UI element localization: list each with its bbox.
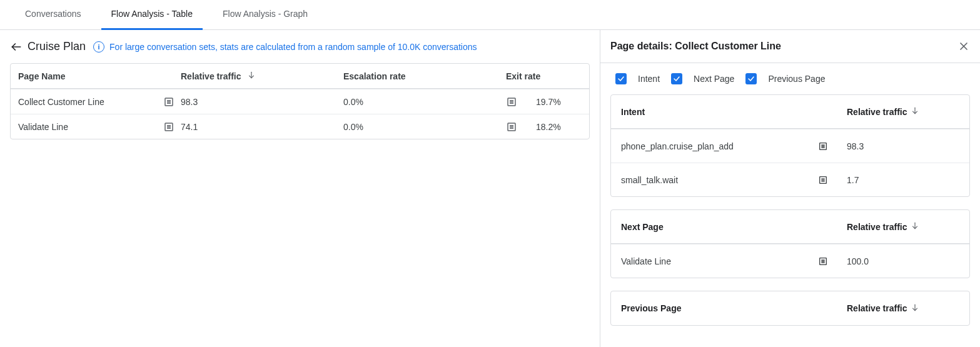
col-relative-traffic-label: Relative traffic xyxy=(181,71,241,81)
intent-name: phone_plan.cruise_plan_add xyxy=(621,141,734,151)
list-icon[interactable] xyxy=(163,96,174,108)
col-relative-traffic-label: Relative traffic xyxy=(847,222,907,232)
list-icon[interactable] xyxy=(818,141,828,151)
cell-exit-rate: 18.2% xyxy=(536,122,561,132)
table-row[interactable]: Collect Customer Line 98.3 0.0% 19.7% xyxy=(11,89,589,114)
info-icon: i xyxy=(93,41,104,53)
list-icon[interactable] xyxy=(506,121,517,133)
col-page-name[interactable]: Page Name xyxy=(18,71,181,81)
details-filters: Intent Next Page Previous Page xyxy=(610,71,970,94)
close-icon[interactable] xyxy=(957,40,980,53)
details-panel-header: Page details: Collect Customer Line xyxy=(600,30,980,63)
checkbox-intent[interactable] xyxy=(615,73,627,84)
col-relative-traffic-label: Relative traffic xyxy=(847,303,907,313)
col-escalation-rate[interactable]: Escalation rate xyxy=(343,71,506,81)
col-relative-traffic[interactable]: Relative traffic xyxy=(181,71,343,81)
section-previous-page: Previous Page Relative traffic xyxy=(610,291,970,326)
section-previous-page-title: Previous Page xyxy=(621,303,847,313)
main-panel: Cruise Plan i For large conversation set… xyxy=(0,30,600,347)
intent-relative-traffic: 1.7 xyxy=(847,175,959,185)
col-relative-traffic[interactable]: Relative traffic xyxy=(847,303,959,314)
table-header-row: Page Name Relative traffic Escalation ra… xyxy=(11,64,589,89)
intent-relative-traffic: 98.3 xyxy=(847,141,959,151)
breadcrumb: Cruise Plan i For large conversation set… xyxy=(0,30,600,63)
list-item[interactable]: Validate Line 100.0 xyxy=(611,244,969,278)
section-previous-page-header: Previous Page Relative traffic xyxy=(611,291,969,325)
list-icon[interactable] xyxy=(163,121,174,133)
table-row[interactable]: Validate Line 74.1 0.0% 18.2% xyxy=(11,114,589,139)
arrow-down-icon xyxy=(247,71,256,81)
arrow-down-icon xyxy=(911,221,919,232)
section-next-page-header: Next Page Relative traffic xyxy=(611,210,969,244)
cell-page-name: Validate Line xyxy=(18,122,68,132)
next-page-name: Validate Line xyxy=(621,256,671,266)
section-intent: Intent Relative traffic phone_plan.cruis… xyxy=(610,94,970,197)
section-intent-title: Intent xyxy=(621,107,847,117)
tab-flow-analysis-graph[interactable]: Flow Analysis - Graph xyxy=(213,0,318,30)
info-text: For large conversation sets, stats are c… xyxy=(109,42,477,52)
info-banner: i For large conversation sets, stats are… xyxy=(93,41,477,53)
col-relative-traffic-label: Relative traffic xyxy=(847,107,907,117)
list-item[interactable]: small_talk.wait 1.7 xyxy=(611,163,969,196)
section-next-page: Next Page Relative traffic Validate Line… xyxy=(610,209,970,278)
filter-label-intent: Intent xyxy=(638,74,660,84)
list-item[interactable]: phone_plan.cruise_plan_add 98.3 xyxy=(611,129,969,163)
arrow-down-icon xyxy=(911,303,919,314)
list-icon[interactable] xyxy=(506,96,517,108)
next-page-relative-traffic: 100.0 xyxy=(847,256,959,266)
section-next-page-title: Next Page xyxy=(621,222,847,232)
back-arrow-icon[interactable] xyxy=(10,41,23,53)
checkbox-next-page[interactable] xyxy=(671,73,682,84)
page-title: Cruise Plan xyxy=(28,40,86,53)
cell-escalation-rate: 0.0% xyxy=(343,97,506,107)
intent-name: small_talk.wait xyxy=(621,175,678,185)
details-panel-title: Page details: Collect Customer Line xyxy=(600,41,781,52)
list-icon[interactable] xyxy=(818,256,828,266)
section-intent-header: Intent Relative traffic xyxy=(611,95,969,129)
flow-analysis-table: Page Name Relative traffic Escalation ra… xyxy=(10,63,590,139)
filter-label-previous-page: Previous Page xyxy=(768,74,825,84)
cell-escalation-rate: 0.0% xyxy=(343,122,506,132)
details-panel: Page details: Collect Customer Line Inte… xyxy=(600,30,980,347)
col-relative-traffic[interactable]: Relative traffic xyxy=(847,106,959,117)
cell-page-name: Collect Customer Line xyxy=(18,97,104,107)
col-exit-rate[interactable]: Exit rate xyxy=(506,71,582,81)
cell-relative-traffic: 74.1 xyxy=(181,122,343,132)
tab-flow-analysis-table[interactable]: Flow Analysis - Table xyxy=(101,0,203,30)
cell-relative-traffic: 98.3 xyxy=(181,97,343,107)
tab-conversations[interactable]: Conversations xyxy=(15,0,91,30)
arrow-down-icon xyxy=(911,106,919,117)
checkbox-previous-page[interactable] xyxy=(745,73,757,84)
cell-exit-rate: 19.7% xyxy=(536,97,561,107)
list-icon[interactable] xyxy=(818,175,828,185)
col-relative-traffic[interactable]: Relative traffic xyxy=(847,221,959,232)
tabs-bar: Conversations Flow Analysis - Table Flow… xyxy=(0,0,980,30)
filter-label-next-page: Next Page xyxy=(694,74,734,84)
